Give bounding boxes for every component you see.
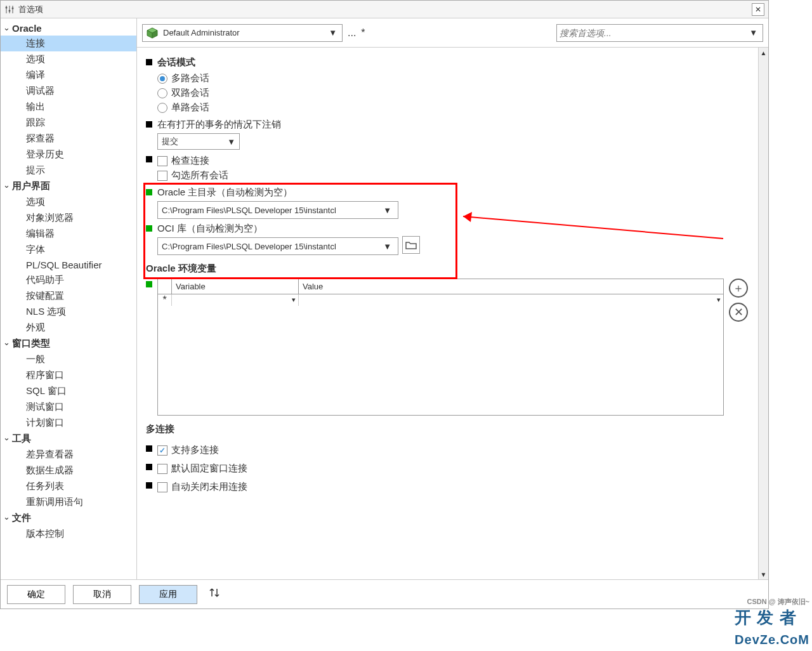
sort-icon[interactable]: [205, 587, 224, 602]
radio-multi-session[interactable]: [157, 74, 167, 84]
section-marker: [146, 189, 152, 195]
folder-icon: [405, 240, 417, 249]
check-all-sessions[interactable]: [157, 171, 167, 181]
titlebar: 首选项 ✕: [1, 1, 768, 18]
check-pin-window[interactable]: [157, 464, 167, 474]
section-marker: [146, 156, 152, 162]
tree-item[interactable]: 任务列表: [1, 478, 136, 494]
tree-item[interactable]: 代码助手: [1, 272, 136, 288]
search-combo[interactable]: ▼: [556, 24, 763, 42]
radio-dual-session[interactable]: [157, 88, 167, 98]
oci-lib-combo[interactable]: C:\Program Files\PLSQL Developer 15\inst…: [157, 237, 398, 255]
tree-item[interactable]: 外观: [1, 320, 136, 336]
radio-single-session[interactable]: [157, 103, 167, 113]
tree-group-ui[interactable]: 用户界面: [1, 178, 136, 194]
check-label: 自动关闭未用连接: [171, 481, 247, 493]
check-support-multi[interactable]: [157, 445, 167, 456]
close-button[interactable]: ✕: [752, 3, 764, 16]
check-connection[interactable]: [157, 156, 167, 166]
env-col-value: Value: [299, 279, 723, 294]
watermark: CSDN @ 涛声依旧~ 开 发 者 DevZe.CoM: [735, 597, 809, 648]
admin-label: Default Administrator: [163, 28, 240, 37]
tree-item[interactable]: 编辑器: [1, 226, 136, 242]
tree-group-oracle[interactable]: Oracle: [1, 21, 136, 36]
env-variable-cell[interactable]: ▾: [172, 294, 299, 306]
tree-item[interactable]: 选项: [1, 194, 136, 210]
check-label: 检查连接: [171, 155, 209, 167]
cancel-button[interactable]: 取消: [73, 585, 131, 604]
tree-item[interactable]: 按键配置: [1, 288, 136, 304]
tree-item[interactable]: SQL 窗口: [1, 383, 136, 399]
preferences-window: 首选项 ✕ Oracle 连接 选项 编译 调试器 输出 跟踪 探查器 登录历史…: [0, 0, 769, 609]
tree-group-window-type[interactable]: 窗口类型: [1, 336, 136, 352]
section-marker: [146, 59, 152, 65]
tree-item[interactable]: 输出: [1, 99, 136, 115]
radio-label: 单路会话: [171, 102, 209, 114]
tree-item[interactable]: 程序窗口: [1, 367, 136, 383]
browse-button[interactable]: [402, 236, 420, 254]
apply-button[interactable]: 应用: [139, 585, 197, 604]
tree-item[interactable]: NLS 选项: [1, 304, 136, 320]
tree-item[interactable]: 重新调用语句: [1, 494, 136, 510]
dropdown-arrow-icon: ▼: [747, 28, 760, 37]
tree-item[interactable]: 版本控制: [1, 526, 136, 542]
cube-icon: [145, 26, 159, 40]
tree-item[interactable]: 计划窗口: [1, 415, 136, 431]
check-label: 勾选所有会话: [171, 169, 228, 181]
tree-item[interactable]: 提示: [1, 162, 136, 178]
tree-item[interactable]: 一般: [1, 352, 136, 367]
svg-point-1: [9, 10, 11, 11]
section-marker: [146, 121, 152, 128]
admin-combo[interactable]: Default Administrator ▼: [142, 24, 343, 42]
settings-icon: [4, 5, 15, 14]
sidebar: Oracle 连接 选项 编译 调试器 输出 跟踪 探查器 登录历史 提示 用户…: [1, 18, 137, 579]
tree-group-tools[interactable]: 工具: [1, 431, 136, 447]
tree-item[interactable]: 测试窗口: [1, 399, 136, 415]
tree-item[interactable]: 差异查看器: [1, 447, 136, 463]
env-col-variable: Variable: [172, 279, 299, 294]
oci-lib-label: OCI 库（自动检测为空）: [157, 223, 748, 235]
oracle-home-combo[interactable]: C:\Program Files\PLSQL Developer 15\inst…: [157, 201, 398, 219]
tree-item[interactable]: 对象浏览器: [1, 210, 136, 226]
oracle-home-value: C:\Program Files\PLSQL Developer 15\inst…: [162, 206, 381, 215]
window-title: 首选项: [15, 4, 43, 15]
delete-row-button[interactable]: ✕: [729, 303, 748, 322]
tree-item[interactable]: 跟踪: [1, 115, 136, 131]
tree-item[interactable]: 登录历史: [1, 147, 136, 162]
section-marker: [146, 482, 152, 489]
more-button[interactable]: ...: [348, 27, 356, 39]
svg-point-2: [12, 7, 14, 9]
tree-item[interactable]: 连接: [1, 36, 136, 51]
oci-lib-value: C:\Program Files\PLSQL Developer 15\inst…: [162, 242, 381, 251]
section-marker: [146, 225, 152, 232]
vertical-scrollbar[interactable]: ▲▼: [758, 48, 768, 579]
tree-item[interactable]: 选项: [1, 51, 136, 67]
toolbar: Default Administrator ▼ ... * ▼: [137, 18, 768, 48]
ok-button[interactable]: 确定: [7, 585, 65, 604]
nav-tree[interactable]: Oracle 连接 选项 编译 调试器 输出 跟踪 探查器 登录历史 提示 用户…: [1, 18, 136, 579]
modified-indicator: *: [361, 27, 365, 39]
radio-label: 多路会话: [171, 72, 209, 84]
dropdown-arrow-icon: ▼: [326, 28, 339, 37]
tree-item[interactable]: 探查器: [1, 131, 136, 147]
env-row-marker: *: [158, 294, 172, 306]
tree-item[interactable]: 字体: [1, 242, 136, 258]
add-row-button[interactable]: ＋: [729, 279, 748, 298]
content-area: ▲▼ 会话模式 多路会话 双路会话 单路会话: [137, 48, 768, 579]
tree-item[interactable]: 数据生成器: [1, 463, 136, 478]
env-value-cell[interactable]: ▾: [299, 294, 723, 306]
check-auto-close[interactable]: [157, 482, 167, 492]
radio-label: 双路会话: [171, 87, 209, 99]
env-table[interactable]: Variable Value * ▾ ▾: [157, 279, 724, 416]
svg-point-0: [6, 6, 8, 8]
tree-item[interactable]: PL/SQL Beautifier: [1, 258, 136, 272]
logoff-combo[interactable]: 提交▼: [157, 133, 240, 150]
section-marker: [146, 281, 152, 287]
tree-group-files[interactable]: 文件: [1, 510, 136, 526]
logoff-value: 提交: [162, 136, 178, 147]
search-input[interactable]: [560, 28, 747, 38]
tree-item[interactable]: 调试器: [1, 83, 136, 99]
session-mode-title: 会话模式: [157, 56, 748, 69]
tree-item[interactable]: 编译: [1, 67, 136, 83]
check-label: 默认固定窗口连接: [171, 463, 247, 475]
